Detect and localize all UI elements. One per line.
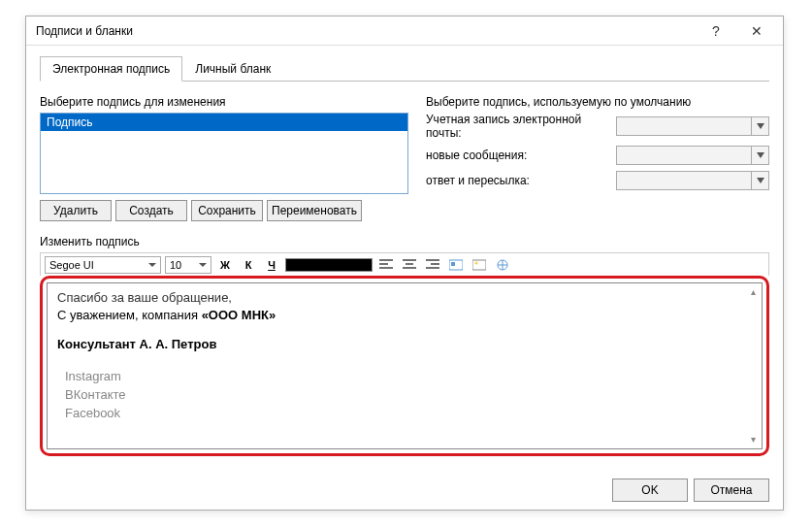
bold-button[interactable]: Ж: [215, 256, 235, 274]
close-button[interactable]: ✕: [736, 17, 777, 45]
svg-point-3: [475, 261, 478, 264]
signature-list[interactable]: Подпись: [40, 113, 408, 194]
tab-email-signature[interactable]: Электронная подпись: [40, 56, 182, 82]
row-replies: ответ и пересылка:: [426, 171, 769, 190]
dialog-content: Электронная подпись Личный бланк Выберит…: [26, 46, 783, 466]
help-button[interactable]: ?: [696, 17, 736, 45]
signatures-dialog: Подписи и бланки ? ✕ Электронная подпись…: [25, 16, 784, 511]
underline-button[interactable]: Ч: [262, 256, 281, 274]
svg-rect-2: [472, 260, 486, 270]
chevron-down-icon: [751, 117, 768, 135]
window-title: Подписи и бланки: [36, 24, 696, 38]
social-link[interactable]: ВКонтакте: [65, 386, 752, 404]
replies-select[interactable]: [616, 171, 769, 190]
consultant-line: Консультант А. А. Петров: [57, 336, 752, 353]
save-button[interactable]: Сохранить: [191, 200, 263, 221]
replies-label: ответ и пересылка:: [426, 174, 616, 187]
insert-image-button[interactable]: [470, 256, 489, 274]
signature-editor[interactable]: ▴ Спасибо за ваше обращение, С уважением…: [47, 282, 763, 449]
scroll-up-arrow[interactable]: ▴: [746, 285, 760, 299]
signature-list-item[interactable]: Подпись: [41, 114, 407, 131]
editor-line-1: Спасибо за ваше обращение,: [57, 289, 752, 307]
signature-list-buttons: Удалить Создать Сохранить Переименовать: [40, 200, 408, 221]
editor-toolbar: Segoe UI 10 Ж К Ч: [40, 252, 769, 276]
signature-list-column: Выберите подпись для изменения Подпись У…: [40, 95, 408, 221]
social-link[interactable]: Instagram: [65, 368, 752, 385]
ok-button[interactable]: OK: [612, 478, 688, 502]
font-select[interactable]: Segoe UI: [45, 256, 161, 274]
font-size-select[interactable]: 10: [165, 256, 211, 274]
account-select[interactable]: [616, 116, 769, 136]
select-signature-label: Выберите подпись для изменения: [40, 95, 408, 109]
tab-personal-template[interactable]: Личный бланк: [182, 56, 283, 82]
insert-link-button[interactable]: [493, 256, 512, 274]
scroll-down-arrow[interactable]: ▾: [746, 433, 760, 446]
italic-button[interactable]: К: [239, 256, 258, 274]
row-account: Учетная запись электронной почты:: [426, 113, 769, 140]
default-signature-header: Выберите подпись, используемую по умолча…: [426, 95, 769, 109]
rename-button[interactable]: Переименовать: [267, 200, 362, 221]
default-signature-column: Выберите подпись, используемую по умолча…: [426, 95, 769, 221]
columns: Выберите подпись для изменения Подпись У…: [40, 95, 769, 221]
new-button[interactable]: Создать: [115, 200, 187, 221]
tab-strip: Электронная подпись Личный бланк: [40, 55, 769, 82]
social-link[interactable]: Facebook: [65, 405, 752, 422]
align-right-button[interactable]: [423, 256, 442, 274]
chevron-down-icon: [751, 172, 768, 189]
new-messages-select[interactable]: [616, 146, 769, 165]
delete-button[interactable]: Удалить: [40, 200, 112, 221]
titlebar: Подписи и бланки ? ✕: [26, 16, 783, 46]
new-messages-label: новые сообщения:: [426, 148, 616, 162]
company-name: «ООО МНК»: [202, 308, 276, 322]
row-new-messages: новые сообщения:: [426, 146, 769, 165]
line2-prefix: С уважением, компания: [57, 308, 202, 322]
editor-highlight: ▴ Спасибо за ваше обращение, С уважением…: [40, 276, 769, 456]
dialog-footer: OK Отмена: [612, 478, 769, 502]
svg-rect-1: [451, 262, 455, 266]
business-card-button[interactable]: [446, 256, 466, 274]
chevron-down-icon: [751, 147, 768, 164]
align-center-button[interactable]: [400, 256, 419, 274]
align-left-button[interactable]: [376, 256, 396, 274]
edit-signature-label: Изменить подпись: [40, 235, 769, 248]
font-color-picker[interactable]: [285, 258, 373, 272]
cancel-button[interactable]: Отмена: [694, 478, 769, 502]
editor-line-2: С уважением, компания «ООО МНК»: [57, 307, 752, 324]
account-label: Учетная запись электронной почты:: [426, 113, 616, 140]
social-links: Instagram ВКонтакте Facebook: [57, 368, 752, 423]
